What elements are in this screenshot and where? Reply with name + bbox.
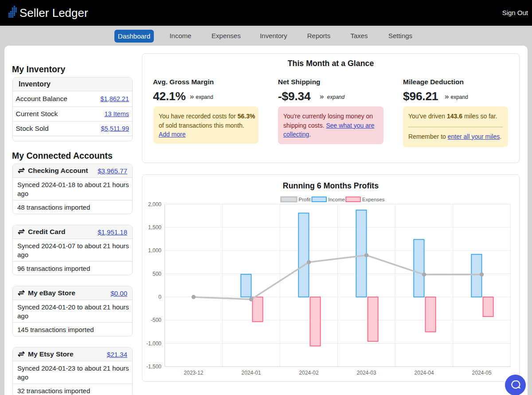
svg-text:2024-02: 2024-02 bbox=[299, 370, 319, 376]
svg-text:2024-04: 2024-04 bbox=[415, 370, 434, 376]
svg-text:2024-03: 2024-03 bbox=[357, 370, 376, 376]
svg-text:Profit: Profit bbox=[299, 197, 311, 202]
svg-text:-1,500: -1,500 bbox=[146, 364, 161, 370]
svg-text:2024-05: 2024-05 bbox=[472, 370, 492, 376]
svg-text:2,000: 2,000 bbox=[148, 201, 161, 207]
svg-text:500: 500 bbox=[153, 271, 161, 277]
svg-text:2024-01: 2024-01 bbox=[242, 370, 261, 376]
svg-text:1,500: 1,500 bbox=[148, 224, 161, 231]
svg-text:0: 0 bbox=[158, 294, 161, 300]
svg-text:Income: Income bbox=[328, 197, 345, 202]
svg-text:2023-12: 2023-12 bbox=[184, 370, 203, 376]
svg-text:Expenses: Expenses bbox=[362, 197, 385, 202]
svg-text:-500: -500 bbox=[151, 317, 161, 323]
svg-text:1,000: 1,000 bbox=[148, 247, 161, 254]
svg-text:Running 6 Months Profits: Running 6 Months Profits bbox=[283, 181, 379, 190]
svg-text:-1,000: -1,000 bbox=[146, 340, 161, 347]
